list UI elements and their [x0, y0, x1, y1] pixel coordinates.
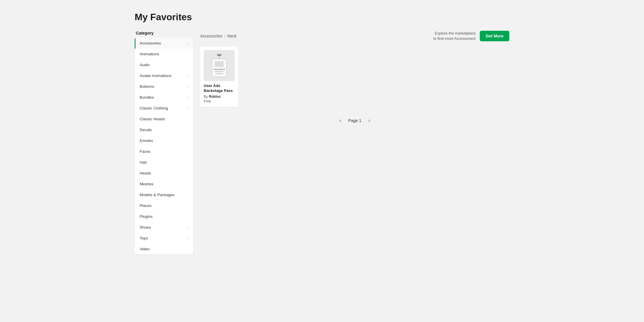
- next-page-button[interactable]: ›: [366, 116, 372, 125]
- svg-rect-6: [215, 73, 223, 74]
- sidebar-item-bottoms[interactable]: Bottoms›: [135, 81, 193, 92]
- sidebar-item-audio[interactable]: Audio: [135, 59, 193, 70]
- sidebar-item-classic-clothing[interactable]: Classic Clothing›: [135, 103, 193, 114]
- sidebar-item-label: Accessories: [140, 41, 161, 45]
- item-card[interactable]: User Ads Backstage PassBy RobloxFree: [200, 47, 238, 107]
- page-label: Page 1: [348, 118, 361, 123]
- prev-page-button[interactable]: ‹: [337, 116, 344, 125]
- chevron-right-icon: ›: [188, 41, 189, 45]
- sidebar-item-label: Emotes: [140, 138, 153, 143]
- chevron-right-icon: ›: [188, 236, 189, 240]
- sidebar-item-hair[interactable]: Hair: [135, 157, 193, 168]
- pagination: ‹ Page 1 ›: [200, 116, 509, 125]
- items-grid: User Ads Backstage PassBy RobloxFree: [200, 47, 509, 107]
- chevron-right-icon: ›: [188, 74, 189, 78]
- sidebar-item-label: Meshes: [140, 182, 153, 186]
- svg-rect-5: [215, 71, 224, 72]
- sidebar-item-label: Plugins: [140, 214, 153, 219]
- sidebar-item-label: Avatar Animations: [140, 73, 172, 78]
- sidebar-item-label: Audio: [140, 63, 150, 67]
- breadcrumb: Accessories › Neck: [200, 34, 237, 38]
- content-area: Accessories › Neck Explore the marketpla…: [193, 31, 509, 254]
- sidebar-item-video[interactable]: Video: [135, 244, 193, 254]
- sidebar-item-bundles[interactable]: Bundles›: [135, 92, 193, 103]
- svg-rect-3: [215, 61, 224, 67]
- item-name: User Ads Backstage Pass: [204, 83, 235, 93]
- breadcrumb-current: Neck: [227, 34, 237, 38]
- sidebar-item-decals[interactable]: Decals: [135, 124, 193, 135]
- sidebar-item-models-packages[interactable]: Models & Packages: [135, 189, 193, 200]
- chevron-right-icon: ›: [188, 85, 189, 89]
- marketplace-promo: Explore the marketplace to find more Acc…: [433, 31, 509, 41]
- sidebar-item-plugins[interactable]: Plugins: [135, 211, 193, 222]
- sidebar-item-heads[interactable]: Heads: [135, 168, 193, 179]
- sidebar-item-classic-heads[interactable]: Classic Heads: [135, 114, 193, 124]
- sidebar-item-accessories[interactable]: Accessories›: [135, 38, 193, 49]
- sidebar-item-label: Bundles: [140, 95, 154, 100]
- chevron-right-icon: ›: [188, 106, 189, 110]
- item-thumbnail: [204, 50, 235, 81]
- sidebar-item-faces[interactable]: Faces: [135, 146, 193, 157]
- svg-rect-1: [217, 54, 221, 56]
- sidebar-item-label: Heads: [140, 171, 151, 175]
- sidebar-item-label: Classic Heads: [140, 117, 165, 121]
- sidebar-item-label: Classic Clothing: [140, 106, 168, 110]
- item-price: Free: [204, 99, 235, 103]
- sidebar: Category Accessories›AnimationsAudioAvat…: [135, 31, 193, 254]
- breadcrumb-parent[interactable]: Accessories: [200, 34, 222, 38]
- sidebar-item-label: Bottoms: [140, 84, 154, 89]
- category-heading: Category: [135, 31, 193, 35]
- sidebar-item-shoes[interactable]: Shoes›: [135, 222, 193, 233]
- sidebar-item-label: Video: [140, 247, 150, 251]
- breadcrumb-separator: ›: [224, 34, 225, 38]
- sidebar-item-avatar-animations[interactable]: Avatar Animations›: [135, 70, 193, 81]
- sidebar-item-label: Faces: [140, 149, 150, 154]
- sidebar-item-label: Tops: [140, 236, 148, 240]
- sidebar-item-label: Animations: [140, 52, 159, 56]
- promo-text: Explore the marketplace to find more Acc…: [433, 31, 476, 41]
- sidebar-list: Accessories›AnimationsAudioAvatar Animat…: [135, 38, 193, 254]
- sidebar-item-tops[interactable]: Tops›: [135, 233, 193, 244]
- sidebar-item-label: Decals: [140, 128, 152, 132]
- svg-rect-4: [213, 69, 225, 70]
- chevron-right-icon: ›: [188, 95, 189, 100]
- sidebar-item-emotes[interactable]: Emotes: [135, 135, 193, 146]
- sidebar-item-animations[interactable]: Animations: [135, 49, 193, 59]
- sidebar-item-label: Shoes: [140, 225, 151, 229]
- item-creator: By Roblox: [204, 95, 235, 99]
- sidebar-item-label: Models & Packages: [140, 193, 174, 197]
- sidebar-item-label: Hair: [140, 160, 147, 165]
- page-title: My Favorites: [135, 12, 509, 23]
- sidebar-item-label: Places: [140, 203, 152, 208]
- sidebar-item-meshes[interactable]: Meshes: [135, 179, 193, 189]
- chevron-right-icon: ›: [188, 225, 189, 229]
- content-header: Accessories › Neck Explore the marketpla…: [200, 31, 509, 41]
- sidebar-item-places[interactable]: Places: [135, 200, 193, 211]
- get-more-button[interactable]: Get More: [480, 31, 509, 41]
